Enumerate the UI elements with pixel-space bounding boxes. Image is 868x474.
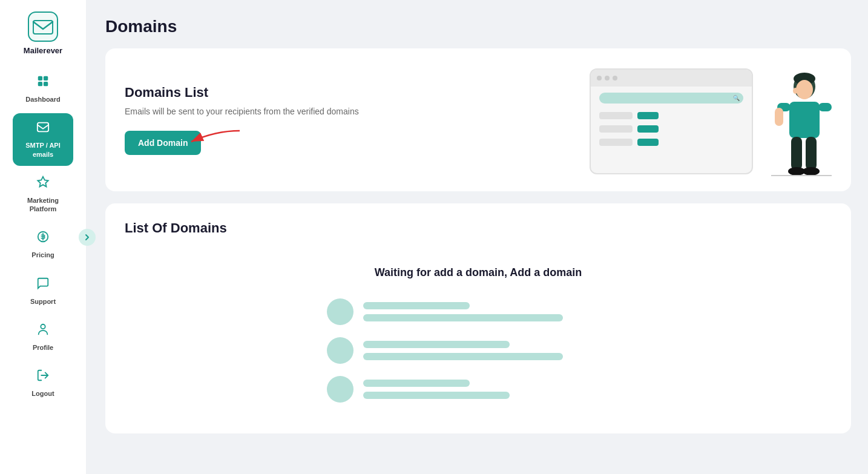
sidebar-item-smtp-api[interactable]: SMTP / API emails [13,113,73,166]
sk-line-3a [363,380,470,387]
browser-body: 🔍 [591,87,752,154]
sk-line-2a [363,341,510,348]
profile-label: Profile [33,343,53,352]
domains-list-card: List Of Domains Waiting for add a domain… [105,203,851,433]
dashboard-label: Dashboard [25,95,60,104]
svg-point-20 [788,167,805,176]
svg-rect-6 [38,123,48,132]
dot3 [613,76,617,81]
arrow-indicator [155,125,252,155]
sidebar-item-support[interactable]: Support [13,269,73,313]
svg-point-21 [803,167,820,176]
skeleton-row-3 [327,376,630,403]
add-domain-container: Add Domain [125,131,201,155]
dot2 [605,76,610,81]
skeleton-avatar-3 [327,376,353,403]
sk-line-1a [363,302,470,309]
row-rect-short-3 [599,139,633,146]
pricing-icon [36,230,50,247]
sidebar-item-pricing[interactable]: Pricing [13,223,73,266]
skeleton-avatar-1 [327,298,353,325]
svg-rect-2 [38,76,42,81]
support-icon [36,277,50,294]
app-name: Mailerever [24,46,62,55]
domains-intro-card: Domains List Emails will be sent to your… [105,48,851,191]
logout-label: Logout [31,389,54,398]
dot1 [597,76,602,81]
svg-point-8 [41,324,45,329]
empty-message: Waiting for add a domain, Add a domain [375,266,582,279]
marketing-label: Marketing Platform [18,196,68,214]
logout-icon [36,369,50,386]
marketing-icon [36,176,50,193]
svg-rect-3 [44,76,48,81]
skeleton-list [327,298,630,403]
sk-line-2b [363,353,563,360]
svg-rect-16 [775,108,783,126]
svg-rect-4 [38,82,42,86]
row-rect-short [599,112,633,119]
browser-row-3 [599,139,743,146]
domains-list-desc: Emails will be sent to your recipients f… [125,107,359,116]
logo-area: Mailerever [24,11,62,55]
svg-rect-14 [789,102,820,138]
logo-icon [27,11,59,42]
empty-state: Waiting for add a domain, Add a domain [125,254,832,415]
smtp-icon [36,120,50,137]
sidebar-item-logout[interactable]: Logout [13,361,73,405]
row-rect-long [637,112,659,119]
svg-point-12 [796,80,813,99]
profile-icon [36,323,50,340]
page-title: Domains [105,17,851,36]
domains-intro-left: Domains List Emails will be sent to your… [125,85,359,155]
sidebar: Mailerever Dashboard SMTP / API emails M… [0,0,86,474]
browser-illustration: 🔍 [590,68,753,174]
browser-titlebar [591,70,752,87]
svg-rect-17 [818,103,832,111]
pricing-label: Pricing [31,251,54,259]
skeleton-lines-1 [363,302,630,321]
browser-search-bar: 🔍 [599,93,743,104]
skeleton-row-1 [327,298,630,325]
skeleton-lines-2 [363,341,630,360]
collapse-button[interactable] [79,229,96,246]
svg-rect-5 [44,82,48,86]
svg-rect-19 [806,137,817,170]
sk-line-3b [363,392,510,399]
smtp-label: SMTP / API emails [18,141,68,159]
sidebar-item-dashboard[interactable]: Dashboard [13,67,73,111]
list-of-domains-title: List Of Domains [125,220,832,236]
row-rect-long-3 [637,139,659,146]
skeleton-row-2 [327,337,630,364]
dashboard-icon [36,74,50,91]
person-illustration [747,65,832,186]
browser-row-1 [599,112,743,119]
sidebar-item-profile[interactable]: Profile [13,315,73,359]
chevron-right-icon [83,233,91,242]
domains-list-title: Domains List [125,85,359,100]
support-label: Support [30,297,56,306]
sidebar-item-marketing[interactable]: Marketing Platform [13,168,73,221]
skeleton-avatar-2 [327,337,353,364]
search-icon: 🔍 [733,95,740,101]
sk-line-1b [363,314,563,321]
svg-point-13 [793,88,798,94]
row-rect-short-2 [599,125,633,133]
skeleton-lines-3 [363,380,630,399]
svg-rect-18 [791,137,802,170]
row-rect-long-2 [637,125,659,133]
browser-row-2 [599,125,743,133]
illustration-area: 🔍 [590,65,832,174]
main-content: Domains Domains List Emails will be sent… [86,0,868,474]
